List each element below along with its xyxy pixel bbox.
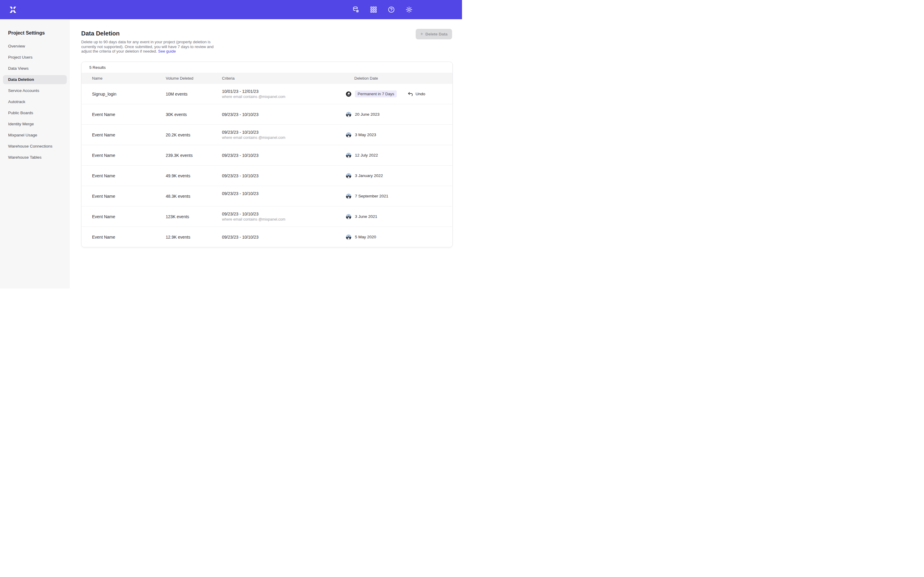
permanence-badge: Permanent in 7 Days	[355, 90, 397, 97]
sidebar-item-identity-merge[interactable]: Identity Merge	[3, 119, 67, 129]
sidebar-item-warehouse-tables[interactable]: Warehouse Tables	[3, 153, 67, 162]
criteria-filter: where email contains @mixpanel.com	[222, 95, 346, 99]
event-name: Event Name	[92, 214, 166, 219]
description-text: Delete up to 90 days data for any event …	[81, 40, 213, 53]
event-name: Event Name	[92, 194, 166, 199]
main-content: Data Deletion Delete up to 90 days data …	[70, 19, 462, 288]
user-avatar-photo	[346, 112, 351, 117]
deletion-date: 5 May 2020	[355, 235, 376, 239]
criteria-date-range: 09/23/23 - 10/10/23	[222, 153, 346, 158]
column-header-name: Name	[92, 76, 166, 81]
user-avatar-photo	[346, 153, 351, 158]
table-row: Event Name 239.3K events 09/23/23 - 10/1…	[81, 145, 452, 165]
delete-data-label: Delete Data	[425, 32, 447, 36]
deletion-date-cell: 3 June 2021	[346, 214, 452, 219]
deletion-date: 7 September 2021	[355, 194, 388, 198]
apps-grid-icon[interactable]	[370, 6, 377, 13]
criteria-cell: 09/23/23 - 10/10/23	[222, 153, 346, 158]
criteria-date-range: 09/23/23 - 10/10/23	[222, 211, 346, 216]
criteria-cell: 09/23/23 - 10/10/23	[222, 112, 346, 117]
sidebar-item-project-users[interactable]: Project Users	[3, 53, 67, 62]
sidebar-item-data-views[interactable]: Data Views	[3, 64, 67, 73]
sidebar-item-public-boards[interactable]: Public Boards	[3, 108, 67, 118]
table-row: Signup_login 10M events 10/01/23 - 12/01…	[81, 84, 452, 104]
user-avatar-photo	[346, 214, 351, 219]
volume-deleted: 20.2K events	[166, 132, 222, 137]
event-name: Event Name	[92, 112, 166, 117]
volume-deleted: 239.3K events	[166, 153, 222, 158]
table-row: Event Name 48.3K events 09/23/23 - 10/10…	[81, 186, 452, 206]
see-guide-link[interactable]: See guide	[158, 49, 176, 53]
table-row: Event Name 20.2K events 09/23/23 - 10/10…	[81, 124, 452, 145]
deletion-date-cell: 5 May 2020	[346, 234, 452, 240]
page-title: Data Deletion	[81, 29, 462, 37]
event-name: Event Name	[92, 173, 166, 178]
event-name: Signup_login	[92, 92, 166, 97]
criteria-date-range: 09/23/23 - 10/10/23	[222, 130, 346, 135]
table-header-row: Name Volume Deleted Criteria Deletion Da…	[81, 73, 452, 84]
criteria-cell: 09/23/23 - 10/10/23 where email contains…	[222, 211, 346, 222]
sidebar-item-warehouse-connections[interactable]: Warehouse Connections	[3, 142, 67, 151]
event-name: Event Name	[92, 235, 166, 240]
deletion-date: 12 July 2022	[355, 153, 378, 158]
user-avatar-illustration	[346, 91, 351, 97]
criteria-cell: 09/23/23 - 10/10/23	[222, 235, 346, 240]
table-row: Event Name 123K events 09/23/23 - 10/10/…	[81, 206, 452, 227]
criteria-date-range: 09/23/23 - 10/10/23	[222, 235, 346, 240]
user-avatar-photo	[346, 132, 351, 138]
settings-sidebar: Project Settings OverviewProject UsersDa…	[0, 19, 70, 288]
column-header-criteria: Criteria	[222, 76, 346, 81]
user-avatar-photo	[346, 173, 351, 179]
table-row: Event Name 12.9K events 09/23/23 - 10/10…	[81, 227, 452, 247]
user-avatar-photo	[346, 193, 351, 199]
sidebar-item-data-deletion[interactable]: Data Deletion	[3, 75, 67, 84]
results-count: 5 Results	[81, 62, 452, 73]
criteria-date-range: 09/23/23 - 10/10/23	[222, 112, 346, 117]
deletion-date: 3 June 2021	[355, 214, 377, 219]
delete-data-button[interactable]: + Delete Data	[416, 29, 452, 39]
volume-deleted: 123K events	[166, 214, 222, 219]
column-header-deletion-date: Deletion Date	[346, 76, 452, 81]
sidebar-nav: OverviewProject UsersData ViewsData Dele…	[0, 42, 70, 162]
criteria-date-range: 09/23/23 - 10/10/23	[222, 173, 346, 178]
table-row: Event Name 30K events 09/23/23 - 10/10/2…	[81, 104, 452, 124]
volume-deleted: 48.3K events	[166, 194, 222, 199]
sidebar-item-overview[interactable]: Overview	[3, 42, 67, 51]
mixpanel-logo-icon[interactable]: X	[8, 5, 18, 14]
sidebar-item-mixpanel-usage[interactable]: Mixpanel Usage	[3, 131, 67, 140]
column-header-volume: Volume Deleted	[166, 76, 222, 81]
criteria-date-range: 09/23/23 - 10/10/23	[222, 191, 346, 196]
topbar-icon-group	[352, 6, 413, 13]
deletion-date: 3 May 2023	[355, 132, 376, 137]
event-name: Event Name	[92, 132, 166, 137]
deletion-date-cell: 20 June 2023	[346, 112, 452, 117]
deletion-date-cell: 3 January 2022	[346, 173, 452, 179]
criteria-filter: where email contains @mixpanel.com	[222, 135, 346, 140]
deletions-table-card: 5 Results Name Volume Deleted Criteria D…	[81, 61, 453, 247]
event-name: Event Name	[92, 153, 166, 158]
sidebar-item-autotrack[interactable]: Autotrack	[3, 97, 67, 106]
criteria-date-range: 10/01/23 - 12/01/23	[222, 89, 346, 94]
volume-deleted: 10M events	[166, 92, 222, 97]
undo-button[interactable]: Undo	[406, 91, 427, 97]
plus-icon: +	[420, 31, 423, 36]
undo-label: Undo	[415, 92, 425, 96]
criteria-cell: 09/23/23 - 10/10/23	[222, 173, 346, 178]
volume-deleted: 30K events	[166, 112, 222, 117]
deletion-date-cell: 7 September 2021	[346, 193, 452, 199]
data-settings-icon[interactable]	[352, 6, 359, 13]
volume-deleted: 49.9K events	[166, 173, 222, 178]
criteria-cell: 10/01/23 - 12/01/23 where email contains…	[222, 89, 346, 99]
volume-deleted: 12.9K events	[166, 235, 222, 240]
criteria-cell: 09/23/23 - 10/10/23 where email contains…	[222, 130, 346, 140]
table-row: Event Name 49.9K events 09/23/23 - 10/10…	[81, 165, 452, 186]
help-icon[interactable]	[388, 6, 395, 13]
criteria-filter: where email contains @mixpanel.com	[222, 217, 346, 222]
deletion-date: 20 June 2023	[355, 112, 380, 117]
sidebar-title: Project Settings	[8, 30, 70, 36]
sidebar-item-service-accounts[interactable]: Service Accounts	[3, 86, 67, 95]
criteria-cell: 09/23/23 - 10/10/23	[222, 191, 346, 201]
settings-gear-icon[interactable]	[405, 6, 413, 13]
deletion-date-cell: 12 July 2022	[346, 153, 452, 158]
page-description: Delete up to 90 days data for any event …	[81, 40, 217, 54]
